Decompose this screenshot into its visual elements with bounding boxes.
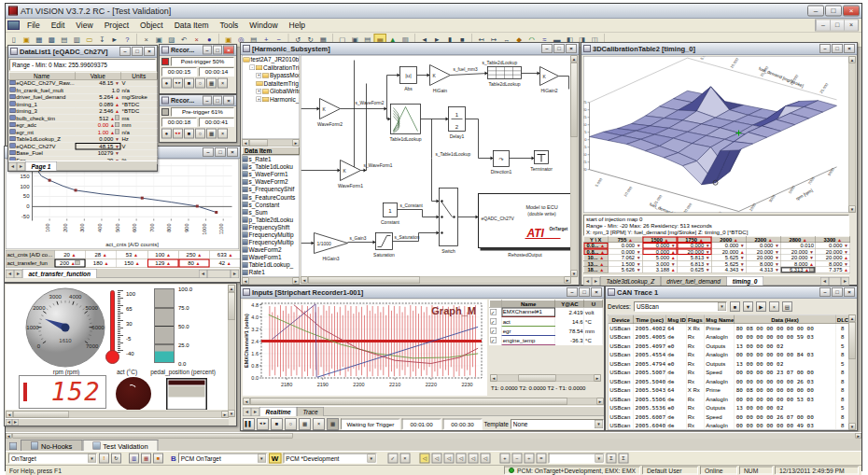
diagram-block-RehostedOutput[interactable]: eQADC_Ch27VModel to ECU(double write)ATI… xyxy=(479,194,571,258)
rec2-close-button[interactable]: × xyxy=(217,129,228,139)
strip-min[interactable]: – xyxy=(567,287,578,297)
gauges-hscroll-left[interactable]: ◄ xyxy=(7,412,13,418)
datalist-table[interactable]: NameValueUnitseQADC_Ch27V_Raw...48.15 ▼V… xyxy=(8,72,158,164)
can-vscroll[interactable]: ▲ ▼ xyxy=(848,314,856,430)
rec2-min[interactable]: – xyxy=(203,96,212,105)
close-button[interactable]: × xyxy=(843,6,860,17)
cal-hs-left[interactable]: ◄ xyxy=(820,277,829,286)
data-item[interactable]: p_Table2dLooku xyxy=(243,216,300,223)
strip-titlebar[interactable]: Inputs [Stripchart Recorder1-001] –□× xyxy=(241,286,604,299)
data-item[interactable]: s_FeatureCounts xyxy=(243,193,300,201)
datalist-tab[interactable]: Page 1 xyxy=(25,161,57,171)
strip-close[interactable]: × xyxy=(591,287,602,297)
cal4-button[interactable]: ◁ xyxy=(455,454,466,464)
datalist-row[interactable]: timing_32.546 ▲°BTDC xyxy=(8,107,157,115)
can-flag-button[interactable]: ▶ xyxy=(756,301,766,312)
can-table[interactable]: DeviceTime (sec)Msg ID (hex)FlagsMsg Nam… xyxy=(609,315,850,430)
strip-settings-button[interactable]: ▦ xyxy=(299,418,311,430)
cal3d-titlebar[interactable]: 3DCalibrationTable2 [timing_0] –□× xyxy=(581,43,857,55)
data-item[interactable]: Rate1 xyxy=(243,269,300,276)
value-combo[interactable]: ▼ xyxy=(548,454,604,464)
rec2-restore[interactable]: □ xyxy=(213,96,222,105)
menu-project[interactable]: Project xyxy=(99,20,134,31)
gauges-hscrollbar[interactable]: ◄ ► xyxy=(6,411,229,418)
datalist-col-name[interactable]: Name xyxy=(8,72,75,79)
minimize-button[interactable]: – xyxy=(807,6,824,17)
rec1-record-button[interactable]: ● xyxy=(161,78,172,89)
cal-tab-0[interactable]: Table3dLookup_Z xyxy=(600,276,661,286)
items-hscroll[interactable]: ◄ ► xyxy=(242,277,300,285)
menu-data-item[interactable]: Data Item xyxy=(169,20,215,31)
diagram-block-HiGain3[interactable]: 1/1000HiGain3 xyxy=(315,233,348,261)
recorder2-titlebar[interactable]: Recor... –□× xyxy=(160,95,236,106)
rec2-close[interactable]: × xyxy=(223,96,234,105)
hscroll-left[interactable]: ◄ xyxy=(199,270,207,278)
plus-button[interactable]: + xyxy=(499,454,510,464)
dl-tab-left[interactable]: ◄ xyxy=(8,162,17,171)
cal-tab-left[interactable]: ◄ xyxy=(583,277,592,286)
cal-tab-right[interactable]: ► xyxy=(592,277,600,286)
rec2-play-button[interactable]: ◄► xyxy=(173,129,183,139)
rec1-min[interactable]: – xyxy=(203,46,212,55)
cal5-button[interactable]: ◁ xyxy=(468,454,478,464)
cal-tab-2[interactable]: timing_0 xyxy=(726,276,763,286)
datalist-row[interactable]: bulb_check_tim512 ▲ms xyxy=(8,115,157,122)
data-item-header[interactable]: Data Item xyxy=(242,147,300,155)
tree-item[interactable]: +GlobalWrite xyxy=(243,88,300,96)
dl-restore-button[interactable]: □ xyxy=(132,47,143,56)
rec1-settings-button[interactable]: ▦ xyxy=(206,78,217,89)
can-min[interactable]: – xyxy=(819,287,831,297)
ontarget-combo[interactable]: OnTarget▼ xyxy=(8,454,97,464)
datalist-col-units[interactable]: Units xyxy=(120,72,157,79)
can-save-button[interactable]: ▤ xyxy=(782,301,792,312)
datalist-col-value[interactable]: Value xyxy=(75,72,120,79)
sync-button[interactable]: ↻ xyxy=(111,454,121,464)
diagram-block-Delay1[interactable]: 12Delay1 xyxy=(449,107,466,139)
act-table-row[interactable]: act_transfer_fun200 ▲180 ▲150 ▲129 ▲80 ▲… xyxy=(6,258,241,267)
data-item[interactable]: FrequencyMultip xyxy=(243,239,300,246)
cal-min[interactable]: – xyxy=(819,44,831,53)
can-row[interactable]: USBcan2005.4097e0RxOutputs13 00 00 00 02… xyxy=(609,342,850,351)
tree-hscroll[interactable]: ◄ ► xyxy=(242,139,300,147)
diagram-block-WaveForm2[interactable]: KWaveForm2 xyxy=(317,99,343,127)
data-item[interactable]: s_Sum xyxy=(243,208,300,216)
legend-row[interactable]: ✓EMXChannel#12.419volt xyxy=(489,307,603,316)
data-item[interactable]: s_Table1dLooku xyxy=(243,163,300,171)
rec1-close-button[interactable]: × xyxy=(217,78,228,89)
datalist-row[interactable]: driver_fuel_demand5.264 ▲mg/Stroke xyxy=(8,93,157,101)
strip-stop-button[interactable]: ■ xyxy=(271,418,283,430)
strip-tab-trace[interactable]: Trace xyxy=(297,407,324,416)
can-row[interactable]: USBcan2005.4554deRxAnalogIn00 00 00 00 0… xyxy=(609,350,850,359)
datalist-row[interactable]: eQADC_Ch27V48.15 ▼V xyxy=(8,143,157,150)
cal-close[interactable]: × xyxy=(844,44,855,53)
data-item[interactable]: WaveForm2 xyxy=(243,246,300,254)
can-row[interactable]: USBcan2005.6040deRxAnalogIn00 00 00 00 0… xyxy=(609,421,850,430)
sum2-button[interactable]: Σ xyxy=(618,454,628,464)
datalist-titlebar[interactable]: DataList1 [eQADC_Ch27V] –□× xyxy=(8,46,157,58)
rec2-stop-button[interactable]: ■ xyxy=(184,129,194,139)
gauges-vscrollbar[interactable]: ▲ ▼ xyxy=(228,285,235,417)
rec1-zoom-button[interactable]: ○ xyxy=(195,78,205,89)
legend-row[interactable]: ✓egr78.54mm xyxy=(489,326,603,335)
strip-pause-button[interactable]: ▌▌ xyxy=(243,418,255,430)
data-item[interactable]: Table1dLookup_ xyxy=(243,261,300,269)
screens-icon[interactable] xyxy=(9,442,17,450)
diagram-block-HiGain2[interactable]: KHiGain2 xyxy=(540,67,559,93)
menu-help[interactable]: Help xyxy=(284,20,311,31)
diagram-block-Direction1[interactable]: ↷Direction1 xyxy=(491,151,512,175)
rec1-play-button[interactable]: ◄► xyxy=(173,78,183,89)
verify-button[interactable]: ✓ xyxy=(387,454,398,464)
diagram-block-Table2dLookup[interactable]: Table2dLookup xyxy=(488,67,522,87)
can-stop-button[interactable]: ■ xyxy=(730,301,740,312)
diagram-block-Saturation[interactable]: Saturation xyxy=(373,233,395,258)
datalist-row[interactable]: eQADC_Ch27V_Raw...48.15 ▼V xyxy=(8,79,157,87)
gauges-tab-left[interactable]: ◄ xyxy=(6,419,12,426)
menu-file[interactable]: File xyxy=(21,20,46,31)
strip-grid-button[interactable]: ▦ xyxy=(327,418,339,430)
diagram-vscroll[interactable]: ▲ ▼ xyxy=(570,55,578,277)
data-item[interactable]: s_WaveForm1 xyxy=(243,171,300,178)
rec2-settings-button[interactable]: ▦ xyxy=(206,129,217,139)
can-row[interactable]: USBcan2005.6007deRxSpeed00 00 00 00 26 0… xyxy=(609,412,850,422)
datalist-row[interactable]: Table1dLookup_Z0.000 ▼Hz xyxy=(8,135,157,143)
gauges-tab-right[interactable]: ► xyxy=(12,419,19,426)
